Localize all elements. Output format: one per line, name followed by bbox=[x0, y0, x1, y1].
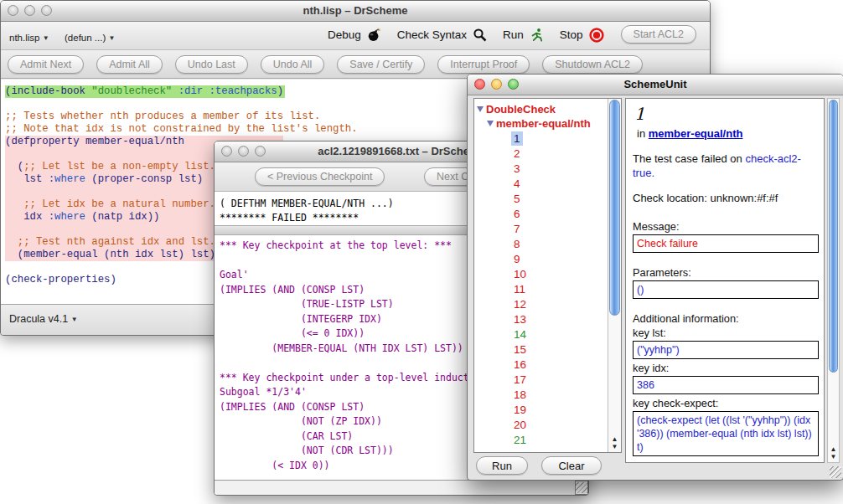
scrollbar-arrows[interactable]: ▲▼ bbox=[608, 435, 621, 450]
case-number-label[interactable]: 14 bbox=[511, 327, 529, 342]
test-case-10[interactable]: 10 bbox=[511, 266, 621, 281]
case-number-label[interactable]: 12 bbox=[511, 297, 529, 311]
test-case-17[interactable]: 17 bbox=[511, 372, 621, 387]
file-dropdown[interactable]: nth.lisp ▼ bbox=[9, 33, 49, 43]
test-case-12[interactable]: 12 bbox=[511, 296, 621, 311]
code-line: (include-book "doublecheck" :dir :teachp… bbox=[5, 85, 285, 98]
start-acl2-button[interactable]: Start ACL2 bbox=[621, 25, 696, 44]
test-case-21[interactable]: 21 bbox=[511, 432, 621, 447]
case-number-label[interactable]: 7 bbox=[511, 222, 523, 236]
test-case-13[interactable]: 13 bbox=[511, 311, 621, 327]
message-field[interactable]: Check failure bbox=[633, 234, 819, 253]
check-syntax-button[interactable]: Check Syntax bbox=[397, 28, 467, 41]
case-number-label[interactable]: 17 bbox=[511, 373, 529, 387]
key-check-expect-field[interactable]: (check-expect (let ((lst '("yyhhp")) (id… bbox=[633, 411, 819, 456]
chevron-down-icon: ▼ bbox=[43, 34, 49, 42]
test-case-18[interactable]: 18 bbox=[511, 387, 621, 402]
case-number-label[interactable]: 11 bbox=[511, 282, 528, 296]
shutdown-acl2-button[interactable]: Shutdown ACL2 bbox=[542, 55, 643, 74]
stop-icon[interactable] bbox=[589, 28, 603, 42]
save-certify-button[interactable]: Save / Certify bbox=[337, 55, 425, 74]
previous-checkpoint-button[interactable]: < Previous Checkpoint bbox=[255, 167, 385, 186]
tree-item-member-equal-nth[interactable]: member-equal/nth bbox=[487, 116, 621, 131]
scrollbar-arrows[interactable]: ▲▼ bbox=[828, 445, 839, 460]
resize-grip[interactable] bbox=[830, 466, 841, 478]
bomb-icon[interactable] bbox=[367, 28, 381, 42]
drscheme-titlebar[interactable]: nth.lisp – DrScheme bbox=[1, 1, 710, 22]
case-number-label[interactable]: 9 bbox=[511, 252, 523, 266]
chevron-down-icon: ▼ bbox=[71, 316, 78, 323]
detail-scrollbar[interactable]: ▲▼ bbox=[827, 98, 840, 463]
defun-dropdown[interactable]: (defun ...) ▼ bbox=[65, 33, 115, 43]
case-number-label[interactable]: 3 bbox=[511, 162, 523, 176]
test-case-6[interactable]: 6 bbox=[511, 206, 621, 221]
case-number-label[interactable]: 13 bbox=[511, 312, 529, 327]
case-number-label[interactable]: 4 bbox=[511, 177, 523, 191]
parameters-field[interactable]: () bbox=[633, 280, 819, 299]
test-detail-panel: 1 in member-equal/nth The test case fail… bbox=[625, 98, 825, 463]
scrollbar-thumb[interactable] bbox=[829, 100, 838, 373]
test-case-8[interactable]: 8 bbox=[511, 236, 621, 251]
key-lst-label: key lst: bbox=[633, 327, 817, 339]
test-case-4[interactable]: 4 bbox=[511, 176, 621, 191]
tree-item-doublecheck[interactable]: DoubleCheck bbox=[477, 102, 621, 116]
test-case-14[interactable]: 14 bbox=[511, 327, 621, 342]
key-lst-field[interactable]: ("yyhhp") bbox=[633, 341, 819, 359]
undo-last-button[interactable]: Undo Last bbox=[175, 55, 248, 74]
interrupt-proof-button[interactable]: Interrupt Proof bbox=[437, 55, 530, 74]
resize-grip[interactable] bbox=[575, 481, 588, 495]
case-number-label[interactable]: 19 bbox=[511, 403, 529, 417]
expander-triangle-icon[interactable] bbox=[487, 121, 494, 126]
key-idx-field[interactable]: 386 bbox=[633, 376, 819, 394]
test-tree-panel: DoubleCheck member-equal/nth 12345678910… bbox=[473, 98, 622, 453]
test-case-11[interactable]: 11 bbox=[511, 281, 621, 296]
test-case-3[interactable]: 3 bbox=[511, 161, 621, 176]
check-location: Check location: unknown:#f:#f bbox=[633, 192, 817, 204]
key-check-expect-label: key check-expect: bbox=[633, 397, 817, 409]
undo-all-button[interactable]: Undo All bbox=[261, 55, 325, 74]
runner-icon[interactable] bbox=[530, 28, 544, 42]
test-case-9[interactable]: 9 bbox=[511, 251, 621, 266]
case-number-label[interactable]: 15 bbox=[511, 342, 529, 357]
additional-info-label: Additional information: bbox=[633, 312, 817, 325]
test-case-1[interactable]: 1 bbox=[511, 131, 621, 146]
search-icon[interactable] bbox=[473, 28, 487, 42]
expander-triangle-icon[interactable] bbox=[477, 106, 484, 112]
tree-scrollbar[interactable]: ▲▼ bbox=[608, 99, 621, 452]
case-number-label[interactable]: 1 bbox=[511, 131, 523, 146]
schemeunit-titlebar[interactable]: SchemeUnit bbox=[468, 75, 843, 95]
test-case-list: 123456789101112131415161718192021 bbox=[511, 131, 621, 447]
scroll-up-icon: ▲ bbox=[828, 445, 839, 453]
horizontal-scrollbar[interactable] bbox=[215, 480, 575, 495]
failure-description: The test case failed on check-acl2-true. bbox=[633, 152, 819, 180]
case-number-label[interactable]: 6 bbox=[511, 207, 523, 221]
run-button[interactable]: Run bbox=[503, 28, 524, 41]
admit-all-button[interactable]: Admit All bbox=[96, 55, 163, 74]
admit-next-button[interactable]: Admit Next bbox=[8, 55, 84, 74]
test-case-2[interactable]: 2 bbox=[511, 146, 621, 161]
test-case-15[interactable]: 15 bbox=[511, 342, 621, 357]
test-case-7[interactable]: 7 bbox=[511, 221, 621, 236]
case-number-label[interactable]: 2 bbox=[511, 147, 523, 161]
scroll-up-icon: ▲ bbox=[608, 435, 621, 443]
test-case-20[interactable]: 20 bbox=[511, 417, 621, 432]
test-case-16[interactable]: 16 bbox=[511, 357, 621, 372]
dracula-language-menu[interactable]: Dracula v4.1 ▼ bbox=[9, 313, 78, 325]
scrollbar-thumb[interactable] bbox=[609, 100, 620, 316]
stop-button[interactable]: Stop bbox=[560, 28, 583, 41]
test-case-19[interactable]: 19 bbox=[511, 402, 621, 417]
case-number-label[interactable]: 18 bbox=[511, 388, 529, 402]
run-button[interactable]: Run bbox=[476, 456, 528, 475]
case-number: 1 bbox=[634, 104, 817, 124]
case-number-label[interactable]: 10 bbox=[511, 267, 529, 281]
case-number-label[interactable]: 5 bbox=[511, 192, 523, 206]
member-equal-nth-link[interactable]: member-equal/nth bbox=[649, 127, 743, 140]
test-case-5[interactable]: 5 bbox=[511, 191, 621, 206]
checkpoint-text: *** Key checkpoint at the top level: ***… bbox=[220, 239, 469, 473]
case-number-label[interactable]: 16 bbox=[511, 357, 529, 372]
debug-button[interactable]: Debug bbox=[328, 28, 361, 41]
case-number-label[interactable]: 21 bbox=[511, 433, 529, 447]
case-number-label[interactable]: 20 bbox=[511, 418, 529, 432]
case-number-label[interactable]: 8 bbox=[511, 237, 523, 251]
clear-button[interactable]: Clear bbox=[541, 456, 602, 475]
